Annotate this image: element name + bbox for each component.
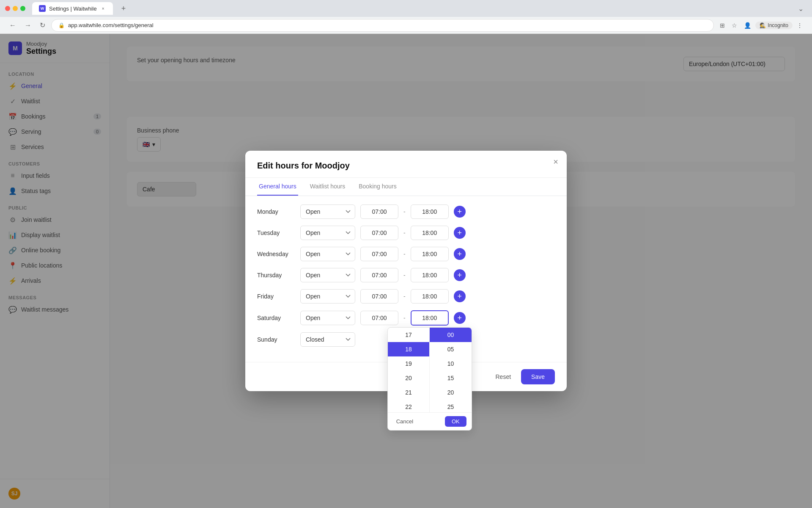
hours-row-thursday: Thursday OpenClosed - +: [257, 268, 555, 282]
day-label-wednesday: Wednesday: [257, 251, 295, 257]
status-select-monday[interactable]: OpenClosed: [300, 204, 355, 219]
start-time-thursday[interactable]: [360, 268, 398, 282]
lock-icon: 🔒: [58, 22, 65, 28]
hours-row-wednesday: Wednesday OpenClosed - +: [257, 247, 555, 261]
hour-19[interactable]: 19: [388, 356, 430, 371]
back-button[interactable]: ←: [7, 20, 19, 31]
modal-body: Monday OpenClosed - + Tuesday OpenClosed…: [245, 196, 567, 362]
hour-17[interactable]: 17: [388, 328, 430, 342]
end-time-thursday[interactable]: [411, 268, 449, 282]
modal-header: Edit hours for Moodjoy ×: [245, 151, 567, 178]
close-dot[interactable]: [5, 6, 10, 11]
day-label-saturday: Saturday: [257, 315, 295, 321]
save-button[interactable]: Save: [521, 369, 555, 384]
day-label-sunday: Sunday: [257, 336, 295, 343]
incognito-label: Incognito: [768, 22, 788, 28]
separator-saturday: -: [403, 315, 406, 321]
reset-button[interactable]: Reset: [491, 370, 516, 384]
browser-titlebar: W Settings | Waitwhile × + ⌄: [0, 0, 812, 17]
add-time-friday[interactable]: +: [454, 290, 466, 302]
add-time-monday[interactable]: +: [454, 206, 466, 218]
tab-booking-hours[interactable]: Booking hours: [357, 178, 398, 196]
tab-waitlist-hours[interactable]: Waitlist hours: [308, 178, 347, 196]
end-time-tuesday[interactable]: [411, 226, 449, 240]
status-select-friday[interactable]: OpenClosed: [300, 289, 355, 304]
modal-overlay: Edit hours for Moodjoy × General hours W…: [0, 34, 812, 508]
tab-close-button[interactable]: ×: [100, 6, 106, 11]
start-time-wednesday[interactable]: [360, 247, 398, 261]
more-button[interactable]: ⋮: [794, 20, 805, 30]
end-time-saturday[interactable]: [411, 310, 449, 326]
hour-22[interactable]: 22: [388, 400, 430, 412]
separator-monday: -: [403, 208, 406, 215]
hours-column[interactable]: 17 18 19 20 21 22 23: [388, 328, 430, 412]
start-time-tuesday[interactable]: [360, 226, 398, 240]
picker-actions: Cancel OK: [388, 412, 472, 430]
modal-title: Edit hours for Moodjoy: [257, 161, 350, 170]
status-select-saturday[interactable]: OpenClosed: [300, 311, 355, 325]
tab-favicon: W: [39, 5, 46, 12]
picker-ok-button[interactable]: OK: [445, 416, 466, 427]
edit-hours-modal: Edit hours for Moodjoy × General hours W…: [245, 151, 567, 391]
start-time-saturday[interactable]: [360, 311, 398, 325]
hours-row-saturday: Saturday OpenClosed - 17 18: [257, 310, 555, 326]
separator-thursday: -: [403, 272, 406, 279]
window-controls: [5, 6, 25, 11]
end-time-wednesday[interactable]: [411, 247, 449, 261]
hours-row-monday: Monday OpenClosed - +: [257, 204, 555, 219]
url-text: app.waitwhile.com/settings/general: [68, 22, 154, 28]
forward-button[interactable]: →: [22, 20, 34, 31]
maximize-dot[interactable]: [20, 6, 25, 11]
hours-row-tuesday: Tuesday OpenClosed - +: [257, 226, 555, 240]
incognito-hat-icon: 🕵: [760, 22, 766, 28]
min-20[interactable]: 20: [430, 385, 472, 400]
hour-20[interactable]: 20: [388, 371, 430, 385]
add-time-saturday[interactable]: +: [454, 312, 466, 324]
status-select-thursday[interactable]: OpenClosed: [300, 268, 355, 282]
minimize-dot[interactable]: [13, 6, 18, 11]
min-15[interactable]: 15: [430, 371, 472, 385]
new-tab-button[interactable]: +: [118, 4, 129, 13]
hour-18[interactable]: 18: [388, 342, 430, 356]
extensions-button[interactable]: ⊞: [717, 20, 727, 30]
end-time-monday[interactable]: [411, 204, 449, 219]
add-time-tuesday[interactable]: +: [454, 227, 466, 239]
address-bar[interactable]: 🔒 app.waitwhile.com/settings/general: [51, 19, 714, 32]
day-label-monday: Monday: [257, 208, 295, 215]
star-button[interactable]: ☆: [729, 20, 740, 30]
separator-friday: -: [403, 293, 406, 300]
hour-21[interactable]: 21: [388, 385, 430, 400]
minutes-column[interactable]: 00 05 10 15 20 25 30: [430, 328, 472, 412]
hours-row-friday: Friday OpenClosed - +: [257, 289, 555, 304]
time-picker-popup: 17 18 19 20 21 22 23 00 05: [387, 327, 472, 431]
min-25[interactable]: 25: [430, 400, 472, 412]
separator-tuesday: -: [403, 229, 406, 236]
modal-tabs: General hours Waitlist hours Booking hou…: [245, 178, 567, 196]
browser-maximize-icon[interactable]: ⌄: [795, 5, 807, 13]
day-label-friday: Friday: [257, 293, 295, 300]
min-10[interactable]: 10: [430, 356, 472, 371]
browser-nav: ← → ↻ 🔒 app.waitwhile.com/settings/gener…: [0, 17, 812, 34]
min-05[interactable]: 05: [430, 342, 472, 356]
browser-tab[interactable]: W Settings | Waitwhile ×: [32, 2, 113, 15]
status-select-wednesday[interactable]: OpenClosed: [300, 247, 355, 261]
start-time-friday[interactable]: [360, 289, 398, 304]
separator-wednesday: -: [403, 251, 406, 257]
end-time-friday[interactable]: [411, 289, 449, 304]
min-00[interactable]: 00: [430, 328, 472, 342]
tab-general-hours[interactable]: General hours: [257, 178, 298, 196]
status-select-tuesday[interactable]: OpenClosed: [300, 226, 355, 240]
tab-title: Settings | Waitwhile: [49, 6, 97, 12]
status-select-sunday[interactable]: ClosedOpen: [300, 332, 355, 347]
profile-button[interactable]: 👤: [741, 20, 754, 30]
modal-close-button[interactable]: ×: [553, 157, 558, 166]
browser-chrome: W Settings | Waitwhile × + ⌄ ← → ↻ 🔒 app…: [0, 0, 812, 34]
picker-cancel-button[interactable]: Cancel: [393, 416, 417, 427]
end-time-saturday-wrapper: 17 18 19 20 21 22 23 00 05: [411, 310, 449, 326]
refresh-button[interactable]: ↻: [37, 19, 48, 31]
incognito-badge: 🕵 Incognito: [755, 22, 793, 29]
start-time-monday[interactable]: [360, 204, 398, 219]
day-label-tuesday: Tuesday: [257, 229, 295, 236]
add-time-wednesday[interactable]: +: [454, 248, 466, 260]
add-time-thursday[interactable]: +: [454, 269, 466, 281]
